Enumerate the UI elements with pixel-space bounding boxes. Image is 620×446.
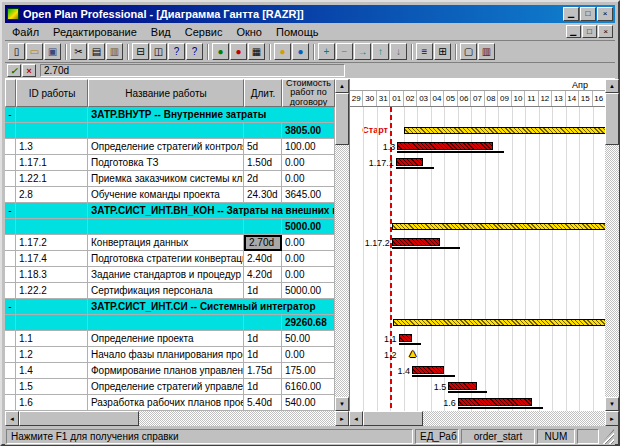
menu-item-file[interactable]: Файл: [5, 24, 46, 40]
row-id-cell[interactable]: [16, 123, 88, 139]
menu-item-view[interactable]: Вид: [144, 24, 178, 40]
row-cost-cell[interactable]: 3645.00: [282, 187, 335, 203]
row-cost-cell[interactable]: 0.00: [282, 251, 335, 267]
header-id[interactable]: ID работы: [16, 79, 88, 107]
row-duration-cell[interactable]: 1.75d: [244, 363, 282, 379]
row-duration-cell[interactable]: 24.30d: [244, 187, 282, 203]
row-expand-cell[interactable]: -: [5, 203, 16, 219]
calendar-button[interactable]: ▦: [248, 43, 265, 60]
row-expand-cell[interactable]: [5, 251, 16, 267]
print-button[interactable]: ⊟: [132, 43, 149, 60]
row-name-cell[interactable]: Определение проекта: [88, 331, 244, 347]
clock-button[interactable]: ●: [274, 43, 291, 60]
row-name-cell[interactable]: Подготовка ТЗ: [88, 155, 244, 171]
milestone-marker[interactable]: ▲: [407, 348, 418, 359]
row-expand-cell[interactable]: [5, 267, 16, 283]
child-minimize-button[interactable]: ▁: [566, 25, 581, 38]
menu-item-tools[interactable]: Сервис: [178, 24, 230, 40]
row-expand-cell[interactable]: [5, 331, 16, 347]
scroll-right-button[interactable]: ►: [605, 411, 619, 426]
row-expand-cell[interactable]: [5, 395, 16, 411]
row-expand-cell[interactable]: [5, 171, 16, 187]
row-name-cell[interactable]: Задание стандартов и процедур по д: [88, 267, 244, 283]
row-expand-cell[interactable]: [5, 123, 16, 139]
row-cost-cell[interactable]: 0.00: [282, 235, 335, 251]
gantt-horizontal-scrollbar[interactable]: ◄ ►: [349, 411, 619, 426]
header-cost[interactable]: Стоимость работ по договору: [282, 79, 335, 107]
scrollbar-thumb[interactable]: [335, 93, 349, 145]
row-duration-cell[interactable]: 1d: [244, 331, 282, 347]
row-cost-cell[interactable]: 50.00: [282, 331, 335, 347]
scroll-up-button[interactable]: ▲: [605, 79, 619, 93]
screen-button[interactable]: ▢: [460, 43, 477, 60]
view-network-button[interactable]: ⊞: [434, 43, 451, 60]
gantt-bar-task[interactable]: [396, 158, 423, 166]
view-gantt-button[interactable]: ≡: [416, 43, 433, 60]
help-button[interactable]: ?: [168, 43, 185, 60]
row-cost-cell[interactable]: 5000.00: [282, 283, 335, 299]
row-duration-cell[interactable]: 1d: [244, 379, 282, 395]
minimize-button[interactable]: ▁: [563, 7, 579, 21]
row-duration-cell[interactable]: [244, 315, 282, 331]
row-duration-cell[interactable]: [244, 123, 282, 139]
row-name-cell[interactable]: Начало фазы планирования проекта: [88, 347, 244, 363]
row-duration-cell[interactable]: 2.40d: [244, 251, 282, 267]
row-id-cell[interactable]: 1.17.2: [16, 235, 88, 251]
menu-item-window[interactable]: Окно: [229, 24, 269, 40]
row-expand-cell[interactable]: [5, 219, 16, 235]
row-cost-cell[interactable]: 29260.68: [282, 315, 335, 331]
child-close-button[interactable]: ×: [598, 25, 613, 38]
row-name-cell[interactable]: Подготовка стратегии конвертации: [88, 251, 244, 267]
row-expand-cell[interactable]: [5, 187, 16, 203]
row-cost-cell[interactable]: 0.00: [282, 171, 335, 187]
context-help-button[interactable]: ?: [186, 43, 203, 60]
row-duration-cell[interactable]: 1.50d: [244, 155, 282, 171]
row-name-cell[interactable]: Определение стратегий контроля и отч: [88, 139, 244, 155]
child-restore-button[interactable]: □: [582, 25, 597, 38]
row-duration-cell[interactable]: 4.20d: [244, 267, 282, 283]
row-duration-cell[interactable]: 2.70d: [244, 235, 282, 251]
zoom-in-button[interactable]: +: [318, 43, 335, 60]
row-name-cell[interactable]: Конвертация данных: [88, 235, 244, 251]
open-button[interactable]: ▭: [26, 43, 43, 60]
cancel-edit-button[interactable]: ×: [22, 64, 36, 77]
row-name-cell[interactable]: Обучение команды проекта: [88, 187, 244, 203]
time-analysis-button[interactable]: ●: [212, 43, 229, 60]
table-vertical-scrollbar[interactable]: ▲ ▼: [335, 79, 349, 411]
row-duration-cell[interactable]: 5d: [244, 139, 282, 155]
row-cost-cell[interactable]: 0.00: [282, 155, 335, 171]
row-cost-cell[interactable]: 0.00: [282, 347, 335, 363]
row-expand-cell[interactable]: [5, 347, 16, 363]
row-duration-cell[interactable]: 5.40d: [244, 395, 282, 411]
gantt-bar-task[interactable]: [399, 334, 412, 342]
row-id-cell[interactable]: 1.17.4: [16, 251, 88, 267]
row-duration-cell[interactable]: [244, 219, 282, 235]
row-expand-cell[interactable]: [5, 315, 16, 331]
table-horizontal-scrollbar[interactable]: ◄ ►: [5, 411, 349, 426]
scrollbar-thumb[interactable]: [605, 93, 619, 145]
scrollbar-thumb[interactable]: [19, 411, 139, 426]
row-cost-cell[interactable]: 540.00: [282, 395, 335, 411]
scrollbar-track[interactable]: [335, 93, 349, 397]
confirm-edit-button[interactable]: ✓: [7, 64, 21, 77]
row-id-cell[interactable]: [16, 219, 88, 235]
row-duration-cell[interactable]: 2d: [244, 171, 282, 187]
row-duration-cell[interactable]: 1d: [244, 283, 282, 299]
row-id-cell[interactable]: 1.5: [16, 379, 88, 395]
gantt-bar-task[interactable]: [448, 382, 476, 390]
header-name[interactable]: Название работы: [88, 79, 244, 107]
scrollbar-track[interactable]: [363, 411, 605, 426]
row-expand-cell[interactable]: [5, 379, 16, 395]
close-button[interactable]: ×: [597, 7, 613, 21]
row-name-cell[interactable]: Сертификация персонала: [88, 283, 244, 299]
gantt-bar-summary[interactable]: [393, 319, 605, 326]
row-duration-cell[interactable]: 1d: [244, 347, 282, 363]
print-preview-button[interactable]: ◫: [150, 43, 167, 60]
row-id-cell[interactable]: [16, 315, 88, 331]
row-name-cell[interactable]: Определение стратегий управления и: [88, 379, 244, 395]
gantt-vertical-scrollbar[interactable]: ▲ ▼: [605, 79, 619, 411]
row-id-cell[interactable]: [16, 299, 88, 315]
row-expand-cell[interactable]: [5, 363, 16, 379]
move-up-button[interactable]: ↑: [372, 43, 389, 60]
scroll-up-button[interactable]: ▲: [335, 79, 349, 93]
